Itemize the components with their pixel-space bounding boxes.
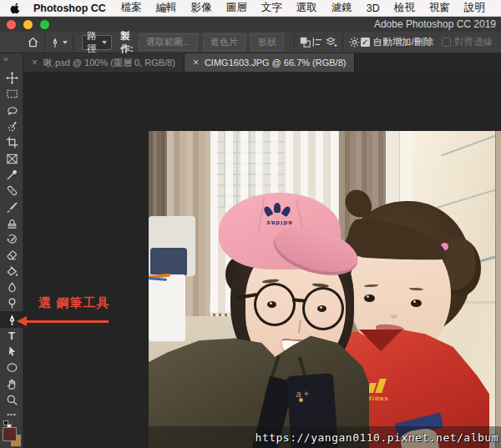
tool-dodge[interactable] (0, 295, 23, 311)
edit-toolbar-button[interactable]: ••• (0, 410, 23, 418)
menu-type[interactable]: 文字 (261, 1, 282, 15)
align-edges-label: 對齊邊緣 (454, 36, 493, 48)
tool-hand[interactable] (0, 376, 23, 392)
tool-mode-select[interactable]: 路徑 (82, 35, 112, 50)
menu-3d[interactable]: 3D (367, 3, 380, 14)
menu-help[interactable]: 說明 (464, 1, 485, 15)
make-mask-button[interactable]: 遮色片 (203, 33, 245, 51)
menu-filter[interactable]: 濾鏡 (331, 1, 352, 15)
tool-mode-value: 路徑 (87, 30, 100, 55)
child-eye (364, 294, 375, 302)
tab-document-jpg[interactable]: × CIMG1603.JPG @ 66.7% (RGB/8) (185, 53, 356, 72)
photo-shopping-bag (149, 274, 185, 341)
menu-select[interactable]: 選取 (296, 1, 317, 15)
tool-lasso[interactable] (0, 103, 23, 118)
path-operations-icon[interactable] (299, 33, 311, 52)
toolbar-expander-icon[interactable]: » (0, 53, 23, 65)
tool-history-brush[interactable] (0, 231, 23, 247)
cap-brand-text: adidas (256, 219, 302, 227)
tool-quick-selection[interactable] (0, 118, 23, 134)
auto-add-delete-label: 自動增加/刪除 (373, 36, 433, 48)
tab-title: 啾.psd @ 100% (圖層 0, RGB/8) (43, 57, 175, 69)
menu-app-name[interactable]: Photoshop CC (33, 3, 106, 14)
annotation-arrow-head-icon (17, 316, 27, 326)
photoshop-window: Photoshop CC 檔案 編輯 影像 圖層 文字 選取 濾鏡 3D 檢視 … (0, 0, 501, 448)
watermark-band: https://yangan0110.pixnet.net/album (149, 426, 501, 448)
tools-panel: » T ••• (0, 53, 23, 448)
child-eye (411, 300, 422, 307)
type-tool-icon: T (8, 330, 15, 341)
cap-brand-logo-icon (264, 201, 292, 219)
home-icon[interactable] (27, 33, 39, 52)
checkbox-unchecked-icon (442, 38, 451, 47)
photo-door-edge (495, 131, 501, 448)
annotation-arrow-line (26, 320, 109, 323)
zoom-window-button[interactable] (40, 20, 49, 29)
close-icon[interactable]: × (193, 57, 199, 68)
tool-blur[interactable] (0, 279, 23, 295)
cloth-scribble-text: a + (296, 388, 309, 399)
window-title: Adobe Photoshop CC 2019 (374, 18, 496, 30)
tool-zoom[interactable] (0, 392, 23, 408)
tool-move[interactable] (0, 70, 23, 86)
tool-paint-bucket[interactable] (0, 264, 23, 279)
menu-layer[interactable]: 圖層 (226, 1, 247, 15)
tool-rectangular-marquee[interactable] (0, 86, 23, 102)
checkbox-checked-icon: ✓ (361, 38, 370, 47)
apple-logo-icon[interactable] (10, 2, 21, 14)
woman-eye (267, 301, 276, 308)
tool-spot-healing-brush[interactable] (0, 183, 23, 199)
close-window-button[interactable] (7, 20, 16, 29)
document-tab-bar: × 啾.psd @ 100% (圖層 0, RGB/8) × CIMG1603.… (23, 53, 501, 72)
minimize-window-button[interactable] (23, 20, 33, 29)
jacket-button (299, 398, 303, 402)
path-alignment-icon[interactable] (311, 33, 324, 52)
menu-file[interactable]: 檔案 (121, 1, 142, 15)
tool-options-bar: 路徑 製作: 選取範圍... 遮色片 形狀 ✓ 自動增加/刪除 對齊邊緣 (0, 32, 501, 53)
chevron-down-icon (102, 41, 107, 44)
tool-path-selection[interactable] (0, 344, 23, 360)
foreground-color-swatch[interactable] (3, 427, 17, 441)
tool-eyedropper[interactable] (0, 167, 23, 183)
window-title-bar: Adobe Photoshop CC 2019 (0, 17, 501, 32)
make-selection-button[interactable]: 選取範圍... (139, 33, 198, 51)
tool-crop[interactable] (0, 134, 23, 150)
tab-title: CIMG1603.JPG @ 66.7% (RGB/8) (205, 58, 347, 68)
watermark-url: https://yangan0110.pixnet.net/album (256, 431, 498, 444)
menu-edit[interactable]: 編輯 (156, 1, 177, 15)
woman-eye (317, 305, 326, 312)
tab-document-psd[interactable]: × 啾.psd @ 100% (圖層 0, RGB/8) (23, 53, 185, 72)
pen-tool-preset-icon[interactable] (49, 33, 61, 52)
path-arrangement-icon[interactable] (324, 33, 337, 52)
make-label: 製作: (120, 30, 133, 55)
photo-document[interactable]: ★ adidas adidas a + (149, 131, 501, 448)
tool-brush[interactable] (0, 199, 23, 214)
tool-type[interactable]: T (0, 328, 23, 344)
auto-add-delete-checkbox[interactable]: ✓ 自動增加/刪除 (361, 36, 433, 48)
child-nose (391, 315, 397, 319)
tool-ellipse-shape[interactable] (0, 360, 23, 375)
menu-image[interactable]: 影像 (191, 1, 212, 15)
tool-eraser[interactable] (0, 247, 23, 263)
annotation-text: 選 鋼筆工具 (38, 295, 109, 311)
bag-logo-mark (149, 277, 167, 281)
macos-menu-bar: Photoshop CC 檔案 編輯 影像 圖層 文字 選取 濾鏡 3D 檢視 … (0, 0, 501, 17)
tool-frame[interactable] (0, 150, 23, 166)
menu-window[interactable]: 視窗 (429, 1, 450, 15)
close-icon[interactable]: × (32, 57, 38, 68)
align-edges-checkbox[interactable]: 對齊邊緣 (442, 36, 493, 48)
gear-icon[interactable] (348, 33, 361, 52)
chevron-down-icon[interactable] (63, 41, 68, 44)
make-shape-button[interactable]: 形狀 (250, 33, 284, 51)
tool-clone-stamp[interactable] (0, 215, 23, 231)
photo-background-items (150, 248, 187, 276)
menu-view[interactable]: 檢視 (394, 1, 415, 15)
